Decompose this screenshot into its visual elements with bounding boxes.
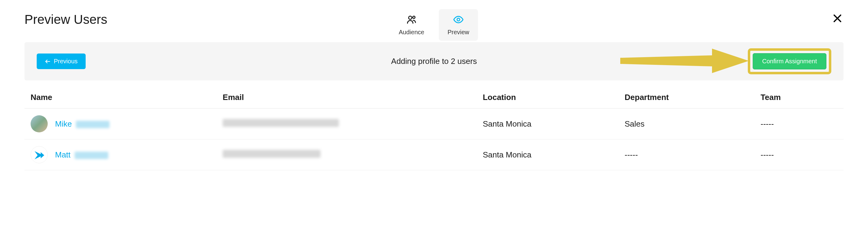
close-button[interactable] [831,12,843,25]
svg-marker-6 [620,48,749,73]
svg-point-2 [457,18,460,21]
svg-point-0 [409,16,412,20]
users-table: Name Email Location Department Team Mike… [25,87,843,170]
previous-button-label: Previous [54,58,78,65]
col-header-department: Department [624,93,761,102]
cell-team: ----- [761,150,837,160]
cell-location: Santa Monica [483,119,624,129]
cell-department: ----- [624,150,761,160]
table-row: Matt Santa Monica ----- ----- [25,139,843,170]
user-link[interactable]: Matt [55,150,108,160]
table-header-row: Name Email Location Department Team [25,87,843,108]
action-bar: Previous Adding profile to 2 users Confi… [25,42,843,80]
redacted-email [223,150,320,158]
redacted-email [223,119,339,127]
user-first-name: Mike [55,119,72,128]
people-icon [406,14,417,26]
eye-icon [453,14,464,26]
col-header-email: Email [223,93,483,102]
tab-preview[interactable]: Preview [439,9,478,41]
avatar [31,115,48,132]
tab-audience[interactable]: Audience [390,9,433,41]
table-row: Mike Santa Monica Sales ----- [25,108,843,139]
cell-email [223,119,483,129]
cell-email [223,150,483,160]
cell-department: Sales [624,119,761,129]
col-header-name: Name [31,93,223,102]
tab-audience-label: Audience [399,29,424,36]
tabs: Audience Preview [390,9,478,41]
svg-point-1 [412,16,415,19]
confirm-assignment-button[interactable]: Confirm Assignment [753,53,827,69]
previous-button[interactable]: Previous [37,54,86,69]
cell-location: Santa Monica [483,150,624,160]
redacted-surname [76,121,110,128]
user-link[interactable]: Mike [55,119,110,129]
annotation-arrow-icon [620,48,749,74]
arrow-left-icon [45,58,51,65]
redacted-surname [74,152,108,159]
cell-team: ----- [761,119,837,129]
avatar [31,146,48,163]
status-text: Adding profile to 2 users [391,57,477,66]
tab-preview-label: Preview [447,29,469,36]
confirm-button-label: Confirm Assignment [762,58,817,65]
col-header-team: Team [761,93,837,102]
page-title: Preview Users [25,12,107,27]
col-header-location: Location [483,93,624,102]
user-first-name: Matt [55,150,71,159]
confirm-button-highlight: Confirm Assignment [748,48,831,74]
